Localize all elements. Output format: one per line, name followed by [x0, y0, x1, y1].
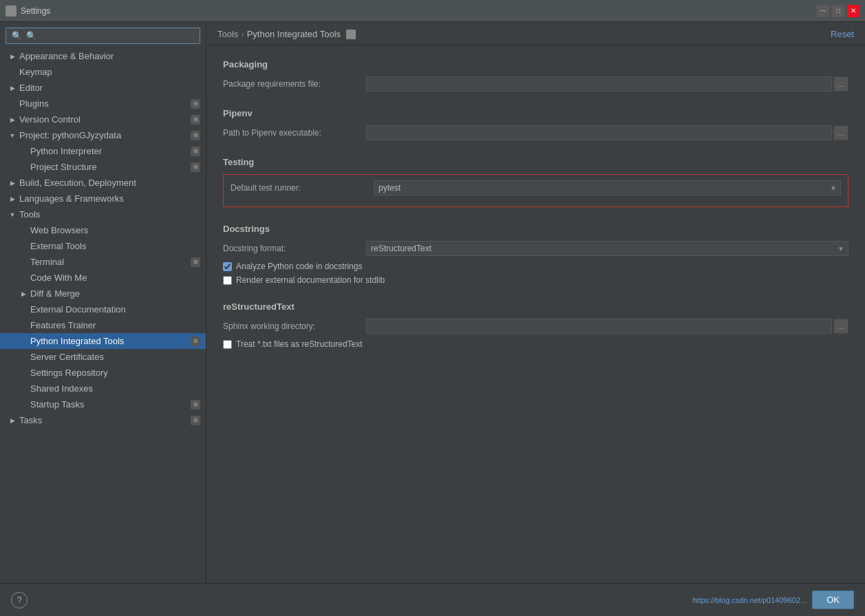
pipenv-path-input[interactable] — [366, 125, 832, 140]
sidebar-item-label-languages-frameworks: Languages & Frameworks — [19, 193, 200, 204]
sidebar-item-version-control[interactable]: ▶Version Control⊞ — [0, 111, 206, 127]
sidebar-item-web-browsers[interactable]: Web Browsers — [0, 222, 206, 238]
sidebar-item-python-integrated-tools[interactable]: Python Integrated Tools⊞ — [0, 333, 206, 349]
bottom-right: https://blog.csdn.net/p01409602... OK — [692, 591, 854, 609]
window-controls: ─ □ ✕ — [817, 5, 859, 17]
docstring-format-row: Docstring format: reStructuredText Epyte… — [223, 241, 848, 256]
package-requirements-input[interactable] — [366, 76, 832, 92]
testing-section: Testing Default test runner: Unittests p… — [223, 157, 848, 207]
sidebar-item-tools[interactable]: ▼Tools — [0, 206, 206, 222]
arrow-icon-diff-merge: ▶ — [19, 290, 28, 298]
arrow-icon-python-interpreter — [19, 147, 28, 156]
sidebar-item-diff-merge[interactable]: ▶Diff & Merge — [0, 286, 206, 301]
test-runner-row: Default test runner: Unittests pytest No… — [231, 180, 841, 195]
pipenv-title: Pipenv — [223, 108, 848, 118]
arrow-icon-project-structure — [19, 163, 28, 171]
sidebar-item-external-documentation[interactable]: External Documentation — [0, 301, 206, 317]
package-requirements-browse[interactable]: … — [833, 76, 848, 92]
sidebar-item-label-web-browsers: Web Browsers — [30, 225, 200, 235]
restructuredtext-title: reStructuredText — [223, 301, 848, 312]
sidebar-item-python-interpreter[interactable]: Python Interpreter⊞ — [0, 143, 206, 159]
sidebar-item-label-version-control: Version Control — [19, 114, 188, 125]
sidebar-item-settings-repository[interactable]: Settings Repository — [0, 365, 206, 381]
treat-txt-row: Treat *.txt files as reStructuredText — [223, 339, 848, 349]
arrow-icon-server-certificates — [19, 353, 28, 361]
sidebar-item-features-trainer[interactable]: Features Trainer — [0, 317, 206, 333]
badge-icon-terminal: ⊞ — [191, 257, 200, 267]
package-requirements-label: Package requirements file: — [223, 79, 361, 89]
arrow-icon-external-documentation — [19, 306, 28, 314]
sidebar-item-build-execution[interactable]: ▶Build, Execution, Deployment — [0, 175, 206, 191]
sidebar-item-appearance[interactable]: ▶Appearance & Behavior — [0, 48, 206, 64]
arrow-icon-build-execution: ▶ — [8, 179, 17, 187]
sidebar-item-label-project: Project: pythonGJyzydata — [19, 130, 188, 140]
reset-button[interactable]: Reset — [831, 29, 854, 39]
arrow-icon-plugins — [8, 100, 17, 108]
arrow-icon-version-control: ▶ — [8, 116, 17, 124]
sphinx-dir-browse[interactable]: … — [833, 319, 848, 334]
sidebar-item-label-code-with-me: Code With Me — [30, 273, 200, 283]
sidebar-item-label-keymap: Keymap — [19, 67, 200, 77]
sidebar-item-label-external-tools: External Tools — [30, 241, 200, 251]
sphinx-dir-label: Sphinx working directory: — [223, 321, 361, 331]
sidebar-item-languages-frameworks[interactable]: ▶Languages & Frameworks — [0, 191, 206, 206]
arrow-icon-project: ▼ — [8, 131, 17, 140]
testing-highlight-box: Default test runner: Unittests pytest No… — [223, 174, 848, 207]
arrow-icon-code-with-me — [19, 274, 28, 282]
sphinx-dir-input-wrap: … — [366, 319, 848, 334]
search-icon: 🔍 — [12, 31, 22, 41]
arrow-icon-terminal — [19, 258, 28, 266]
sidebar-item-label-external-documentation: External Documentation — [30, 304, 200, 315]
render-external-docs-checkbox[interactable] — [223, 276, 232, 285]
search-input[interactable] — [26, 31, 194, 41]
help-button[interactable]: ? — [11, 592, 28, 608]
pipenv-path-browse[interactable]: … — [833, 125, 848, 140]
breadcrumb-current: Python Integrated Tools — [247, 29, 341, 39]
ok-button[interactable]: OK — [812, 591, 854, 609]
docstring-format-dropdown[interactable]: reStructuredText Epytext Google NumPy Pl… — [366, 241, 848, 256]
treat-txt-checkbox[interactable] — [223, 340, 232, 349]
sidebar-item-project[interactable]: ▼Project: pythonGJyzydata⊞ — [0, 127, 206, 143]
badge-icon-tasks: ⊞ — [191, 416, 200, 425]
sidebar-item-startup-tasks[interactable]: Startup Tasks⊞ — [0, 396, 206, 412]
arrow-icon-settings-repository — [19, 369, 28, 377]
badge-icon-python-integrated-tools: ⊞ — [191, 337, 200, 346]
arrow-icon-appearance: ▶ — [8, 52, 17, 61]
sidebar-item-label-shared-indexes: Shared Indexes — [30, 383, 200, 394]
sidebar-item-label-python-integrated-tools: Python Integrated Tools — [30, 336, 188, 346]
minimize-button[interactable]: ─ — [817, 5, 829, 17]
sphinx-dir-input[interactable] — [366, 319, 832, 334]
sidebar-item-project-structure[interactable]: Project Structure⊞ — [0, 159, 206, 175]
sidebar-item-shared-indexes[interactable]: Shared Indexes — [0, 381, 206, 396]
close-button[interactable]: ✕ — [847, 5, 859, 17]
test-runner-dropdown[interactable]: Unittests pytest Nose Twisted Trial — [374, 180, 841, 195]
sidebar-item-label-tools: Tools — [19, 209, 200, 220]
maximize-button[interactable]: □ — [832, 5, 844, 17]
analyze-docstrings-checkbox[interactable] — [223, 262, 232, 271]
sidebar-item-tasks[interactable]: ▶Tasks⊞ — [0, 412, 206, 428]
sidebar-item-label-startup-tasks: Startup Tasks — [30, 399, 188, 410]
sidebar-item-code-with-me[interactable]: Code With Me — [0, 270, 206, 286]
sidebar-item-server-certificates[interactable]: Server Certificates — [0, 349, 206, 365]
sidebar-item-editor[interactable]: ▶Editor — [0, 80, 206, 96]
sidebar-item-label-features-trainer: Features Trainer — [30, 320, 200, 330]
testing-title: Testing — [223, 157, 848, 167]
arrow-icon-languages-frameworks: ▶ — [8, 195, 17, 203]
bottom-bar: ? https://blog.csdn.net/p01409602... OK — [0, 583, 865, 616]
analyze-docstrings-label: Analyze Python code in docstrings — [236, 262, 362, 271]
window-title: Settings — [21, 6, 817, 16]
content-scroll: Packaging Package requirements file: … P… — [206, 45, 865, 583]
docstrings-section: Docstrings Docstring format: reStructure… — [223, 224, 848, 285]
pipenv-path-label: Path to Pipenv executable: — [223, 128, 361, 138]
sidebar-item-terminal[interactable]: Terminal⊞ — [0, 254, 206, 270]
sidebar-item-label-terminal: Terminal — [30, 257, 188, 267]
render-external-docs-label: Render external documentation for stdlib — [236, 275, 385, 285]
sidebar-item-plugins[interactable]: Plugins⊞ — [0, 96, 206, 111]
arrow-icon-startup-tasks — [19, 401, 28, 409]
badge-icon-project: ⊞ — [191, 131, 200, 140]
pipenv-path-row: Path to Pipenv executable: … — [223, 125, 848, 140]
sidebar-item-keymap[interactable]: Keymap — [0, 64, 206, 80]
badge-icon-version-control: ⊞ — [191, 115, 200, 125]
sidebar-item-external-tools[interactable]: External Tools — [0, 238, 206, 254]
docstring-format-label: Docstring format: — [223, 244, 361, 253]
